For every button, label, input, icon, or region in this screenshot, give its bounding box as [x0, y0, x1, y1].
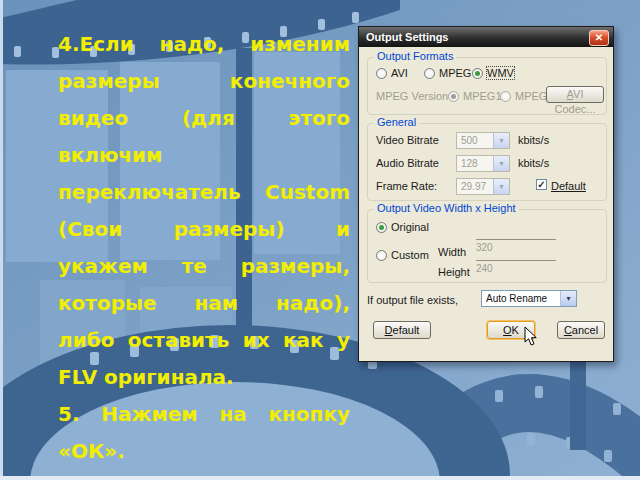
output-formats-group-title: Output Formats [374, 50, 456, 62]
slide-step5-text: 5. Нажмем на кнопку «ОК». [58, 396, 350, 470]
output-size-group: Output Video Width x Height Original Cus… [367, 209, 607, 283]
mpeg1-radio [448, 91, 459, 102]
wmv-radio[interactable] [472, 68, 483, 79]
mpeg-version-label: MPEG Version: [376, 90, 451, 102]
audio-bitrate-label: Audio Bitrate [376, 157, 439, 169]
close-icon[interactable]: ✕ [589, 30, 609, 46]
general-group-title: General [374, 116, 419, 128]
avi-codec-button: AVI Codec... [546, 86, 604, 103]
audio-bitrate-unit: kbits/s [518, 157, 549, 169]
output-settings-dialog: Output Settings ✕ Output Formats AVI MPE… [358, 26, 614, 362]
mouse-cursor-icon [524, 326, 540, 348]
custom-radio[interactable] [376, 250, 387, 261]
output-formats-group: Output Formats AVI MPEG WMV MPEG Version… [367, 57, 607, 115]
if-exists-label: If output file exists, [367, 294, 458, 306]
original-radio-label[interactable]: Original [391, 221, 429, 233]
slide-step4-text: 4.Если надо, изменим размеры конечного в… [58, 26, 350, 396]
custom-radio-label[interactable]: Custom [391, 249, 429, 261]
dropdown-arrow-icon[interactable]: ▾ [560, 291, 576, 306]
width-label: Width [438, 246, 466, 258]
dialog-title: Output Settings [366, 31, 449, 43]
default-button[interactable]: Default [373, 321, 431, 339]
mpeg1-radio-label: MPEG1 [463, 90, 502, 102]
video-bitrate-label: Video Bitrate [376, 134, 439, 146]
mpeg-radio-label[interactable]: MPEG [439, 67, 471, 79]
video-bitrate-unit: kbits/s [518, 134, 549, 146]
default-checkbox-label[interactable]: Default [551, 180, 586, 192]
mpeg-radio[interactable] [424, 68, 435, 79]
if-exists-combo[interactable]: Auto Rename ▾ [481, 290, 577, 307]
wmv-radio-label[interactable]: WMV [487, 67, 514, 79]
height-field: 240 [476, 260, 556, 274]
cancel-button[interactable]: Cancel [557, 321, 605, 339]
audio-bitrate-combo: 128 ▾ [456, 155, 510, 172]
height-label: Height [438, 266, 470, 278]
dropdown-arrow-icon: ▾ [493, 179, 509, 194]
dialog-titlebar[interactable]: Output Settings ✕ [359, 27, 613, 47]
avi-radio[interactable] [376, 68, 387, 79]
dropdown-arrow-icon: ▾ [493, 133, 509, 148]
slide-body-text: 4.Если надо, изменим размеры конечного в… [58, 26, 350, 470]
frame-rate-combo: 29.97 ▾ [456, 178, 510, 195]
original-radio[interactable] [376, 222, 387, 233]
width-field: 320 [476, 239, 556, 253]
dropdown-arrow-icon: ▾ [493, 156, 509, 171]
mpeg2-radio [500, 91, 511, 102]
frame-rate-label: Frame Rate: [376, 180, 437, 192]
presentation-slide: 4.Если надо, изменим размеры конечного в… [0, 0, 640, 480]
avi-radio-label[interactable]: AVI [391, 67, 408, 79]
video-bitrate-combo: 500 ▾ [456, 132, 510, 149]
output-size-group-title: Output Video Width x Height [374, 202, 519, 214]
default-checkbox[interactable]: ✓ [536, 179, 547, 190]
general-group: General Video Bitrate 500 ▾ kbits/s Audi… [367, 123, 607, 201]
